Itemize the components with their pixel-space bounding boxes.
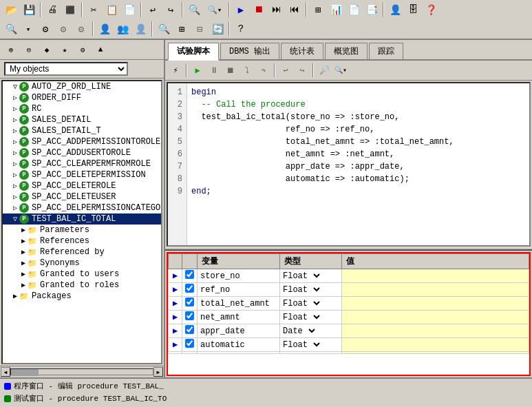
- search-dropdown[interactable]: 🔍▾: [204, 1, 226, 18]
- cell-check[interactable]: [182, 269, 198, 283]
- save-button[interactable]: 💾: [21, 1, 37, 18]
- tree-item-sales_detail[interactable]: ▷PSALES_DETAIL: [3, 114, 161, 125]
- group-button[interactable]: 👥: [114, 21, 131, 37]
- tree-item-rc[interactable]: ▷PRC: [3, 103, 161, 114]
- step-over-button[interactable]: ↷: [256, 63, 271, 78]
- scroll-left-arrow[interactable]: ◀: [1, 367, 10, 377]
- exec-button[interactable]: ▶: [190, 63, 205, 78]
- tab-trace[interactable]: 跟踪: [369, 43, 403, 59]
- tab-overview[interactable]: 概览图: [325, 43, 368, 59]
- search2-button[interactable]: 🔍: [156, 21, 172, 37]
- cell-value[interactable]: [342, 324, 529, 338]
- step2-button[interactable]: ⏮: [286, 1, 303, 18]
- expand-icon[interactable]: ▶: [11, 292, 19, 300]
- expand-icon[interactable]: ▽: [11, 83, 19, 91]
- my-objects-select[interactable]: My objects All objects: [4, 62, 128, 76]
- cell-value[interactable]: [342, 311, 529, 324]
- cell-value[interactable]: [342, 338, 529, 352]
- expand-icon[interactable]: ▷: [11, 193, 19, 201]
- run-button[interactable]: ▶: [233, 1, 249, 18]
- tree-item-sp_acc_addusertorole[interactable]: ▷PSP_ACC_ADDUSERTOROLE: [3, 147, 161, 158]
- step-into-button[interactable]: ⤵: [240, 63, 255, 78]
- tree-item-sp_acc_deleteuser[interactable]: ▷PSP_ACC_DELETEUSER: [3, 191, 161, 202]
- table-row[interactable]: [169, 352, 529, 354]
- redo2-button[interactable]: ↪: [295, 63, 310, 78]
- grid-button[interactable]: ⊞: [310, 1, 326, 18]
- tree-item-order_diff[interactable]: ▷PORDER_DIFF: [3, 92, 161, 103]
- cell-check[interactable]: [182, 352, 198, 354]
- expand-icon[interactable]: ▽: [11, 215, 19, 223]
- help2-button[interactable]: ?: [233, 21, 249, 37]
- pause-button[interactable]: ⏸: [206, 63, 222, 78]
- magnify-dropdown[interactable]: ▾: [21, 21, 36, 37]
- param-checkbox[interactable]: [185, 298, 194, 306]
- tree-item-sales_detail_t[interactable]: ▷PSALES_DETAIL_T: [3, 125, 161, 136]
- type-dropdown[interactable]: [312, 299, 322, 308]
- report-button[interactable]: 📄: [345, 1, 362, 18]
- scroll-right-arrow[interactable]: ▶: [153, 367, 163, 377]
- user3-button[interactable]: 👤: [132, 21, 149, 37]
- tree-item-granted_to_roles[interactable]: ▶📁Granted to roles: [3, 280, 161, 291]
- tab-stats[interactable]: 统计表: [281, 43, 323, 59]
- object-tree[interactable]: ▽PAUTO_ZP_ORD_LINE▷PORDER_DIFF▷PRC▷PSALE…: [1, 80, 162, 364]
- cell-value[interactable]: [342, 269, 529, 283]
- param-checkbox[interactable]: [185, 339, 194, 348]
- star-icon[interactable]: ★: [56, 41, 73, 58]
- gear3-button[interactable]: ⚙: [73, 21, 89, 37]
- print2-button[interactable]: ⬛: [62, 1, 78, 18]
- gear-small-icon[interactable]: ⚙: [74, 41, 91, 58]
- table-row[interactable]: ▶ref_noFloat: [169, 283, 529, 297]
- diamond-icon[interactable]: ◆: [39, 41, 55, 58]
- user2-button[interactable]: 👤: [96, 21, 113, 37]
- expand-icon[interactable]: ▷: [11, 149, 19, 157]
- type-dropdown[interactable]: [312, 313, 322, 322]
- report2-button[interactable]: 📑: [363, 1, 380, 18]
- param-checkbox[interactable]: [185, 311, 194, 320]
- tree-item-test_bal_ic_total[interactable]: ▽PTEST_BAL_IC_TOTAL: [3, 213, 161, 225]
- cell-check[interactable]: [182, 324, 198, 338]
- table-row[interactable]: ▶total_net_amntFloat: [169, 297, 529, 311]
- gear-button[interactable]: ⚙: [37, 21, 54, 37]
- tree-item-packages[interactable]: ▶📁Packages: [3, 291, 161, 302]
- undo-button[interactable]: ↩: [145, 1, 161, 18]
- undo2-button[interactable]: ↩: [278, 63, 293, 78]
- print-button[interactable]: 🖨: [44, 1, 61, 18]
- table-row[interactable]: ▶store_noFloat: [169, 269, 529, 283]
- expand-icon[interactable]: ▷: [11, 94, 19, 102]
- refresh-button[interactable]: 🔄: [209, 21, 226, 37]
- type-dropdown[interactable]: [312, 340, 322, 349]
- user-button[interactable]: 👤: [387, 1, 403, 18]
- open-button[interactable]: 📂: [3, 1, 19, 18]
- code-editor[interactable]: 123456789 begin -- Call the procedure te…: [167, 82, 531, 247]
- add-icon[interactable]: ⊕: [3, 41, 19, 58]
- table-row[interactable]: ▶appr_dateDate: [169, 324, 529, 338]
- tree-item-auto_zp_ord_line[interactable]: ▽PAUTO_ZP_ORD_LINE: [3, 81, 161, 92]
- expand-icon[interactable]: ▷: [11, 171, 19, 179]
- stop2-button[interactable]: ⏹: [223, 63, 238, 78]
- cut-button[interactable]: ✂: [85, 1, 102, 18]
- magnify-button[interactable]: 🔍: [3, 21, 19, 37]
- expand-icon[interactable]: ▷: [11, 204, 19, 212]
- expand-icon[interactable]: ▶: [19, 281, 28, 289]
- cell-check[interactable]: [182, 311, 198, 324]
- scroll-track[interactable]: [10, 368, 153, 375]
- paste-button[interactable]: 📄: [121, 1, 138, 18]
- chart-button[interactable]: 📊: [328, 1, 344, 18]
- tree-item-sp_acc_addpermissiontorole[interactable]: ▷PSP_ACC_ADDPERMISSIONTOROLE: [3, 136, 161, 147]
- stop-button[interactable]: ⏹: [251, 1, 267, 18]
- param-checkbox[interactable]: [185, 284, 194, 293]
- params-table[interactable]: 变量 类型 值 ▶store_noFloat ▶ref_noFloat ▶tot…: [167, 252, 531, 376]
- db-button[interactable]: 🗄: [405, 1, 421, 18]
- tree-item-sp_acc_delpermissioncatego[interactable]: ▷PSP_ACC_DELPERMISSIONCATEGO: [3, 202, 161, 213]
- gear2-button[interactable]: ⚙: [55, 21, 72, 37]
- tree-item-referenced_by[interactable]: ▶📁Referenced by: [3, 247, 161, 258]
- tree-item-references[interactable]: ▶📁References: [3, 236, 161, 247]
- filter2-button[interactable]: ⊟: [191, 21, 208, 37]
- cell-value[interactable]: [342, 352, 529, 354]
- expand-icon[interactable]: ▶: [19, 248, 28, 256]
- expand-icon[interactable]: ▷: [11, 127, 19, 135]
- table-row[interactable]: ▶net_amntFloat: [169, 311, 529, 324]
- tab-script[interactable]: 试验脚本: [168, 43, 219, 61]
- help-button[interactable]: ❓: [423, 1, 439, 18]
- cell-value[interactable]: [342, 283, 529, 297]
